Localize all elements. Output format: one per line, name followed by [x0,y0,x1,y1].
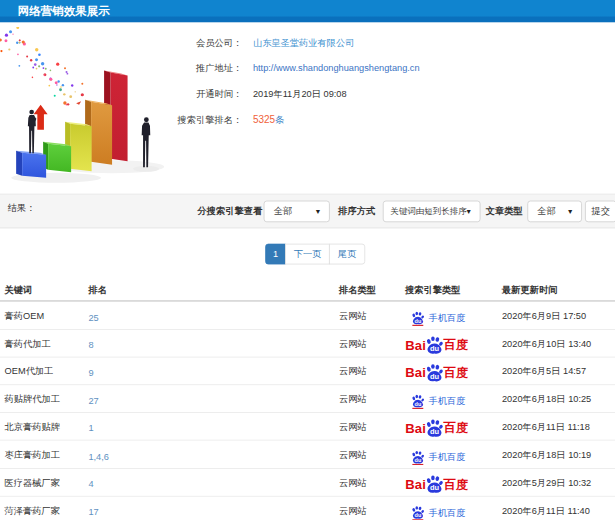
svg-text:du: du [414,512,421,518]
svg-text:du: du [414,317,421,323]
svg-text:du: du [430,483,440,492]
svg-text:du: du [430,344,440,353]
svg-text:du: du [430,372,440,381]
svg-text:du: du [414,401,421,407]
svg-text:du: du [414,456,421,462]
svg-text:du: du [430,428,440,437]
